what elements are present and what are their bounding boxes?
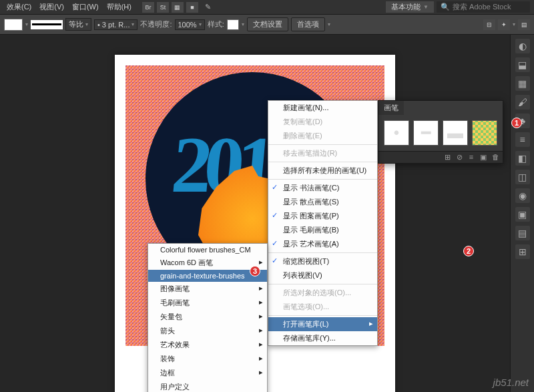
opacity-input[interactable]: 100%▾ xyxy=(175,19,205,30)
menu-new-brush[interactable]: 新建画笔(N)... xyxy=(268,101,377,115)
brushes-panel: 画笔 • ━ ▬ ⊞ ⊘ ≡ ▣ 🗑 xyxy=(378,100,503,164)
menu-thumbnail-view[interactable]: 缩览图视图(T) xyxy=(268,254,377,268)
options-bar: ▾ 等比▾ •3 pt. R...▾ 不透明度: 100%▾ 样式: ▾ 文档设… xyxy=(0,15,534,35)
menu-view[interactable]: 视图(V) xyxy=(35,1,68,13)
watermark: jb51.net xyxy=(493,377,529,388)
menu-show-calligraphic[interactable]: 显示 书法画笔(C) xyxy=(268,181,377,195)
brush-thumb[interactable]: ▬ xyxy=(443,120,468,146)
lib-item[interactable]: 箭头 xyxy=(148,324,267,338)
workspace-switcher[interactable]: 基本功能▼ xyxy=(386,1,434,13)
stroke-preview[interactable] xyxy=(31,20,63,29)
color-icon[interactable]: ◐ xyxy=(515,39,530,53)
menu-show-bristle[interactable]: 显示 毛刷画笔(B) xyxy=(268,223,377,237)
lib-item[interactable]: 用户定义 xyxy=(148,380,267,392)
arrange-icon[interactable]: ▦ xyxy=(172,2,184,13)
style-swatch[interactable] xyxy=(227,19,239,30)
libraries-icon[interactable]: ⊞ xyxy=(515,244,530,259)
new-brush-icon[interactable]: ▣ xyxy=(479,153,488,162)
menu-help[interactable]: 帮助(H) xyxy=(103,1,136,13)
brush-thumb[interactable]: • xyxy=(384,120,409,146)
align-icon[interactable]: ⊟ xyxy=(483,19,495,30)
transform-icon[interactable]: ✦ xyxy=(498,19,510,30)
brush-thumb[interactable]: ━ xyxy=(413,120,439,146)
stock-icon[interactable]: St xyxy=(157,2,169,13)
lib-item[interactable]: Colorful flower brushes_CM xyxy=(148,244,267,256)
doc-setup-button[interactable]: 文档设置 xyxy=(247,17,288,31)
search-input[interactable]: 🔍搜索 Adobe Stock xyxy=(437,1,530,13)
search-icon: 🔍 xyxy=(441,3,450,11)
stroke-weight[interactable]: •3 pt. R...▾ xyxy=(94,19,138,30)
lib-item[interactable]: 装饰 xyxy=(148,352,267,366)
graphic-styles-icon[interactable]: ▣ xyxy=(515,207,530,222)
menu-open-brush-lib[interactable]: 打开画笔库(L) xyxy=(268,317,377,331)
delete-icon[interactable]: 🗑 xyxy=(491,153,500,162)
style-label: 样式: xyxy=(208,19,224,29)
menu-show-scatter[interactable]: 显示 散点画笔(S) xyxy=(268,195,377,209)
annotation-1: 1 xyxy=(511,118,522,128)
stroke-profile[interactable]: 等比▾ xyxy=(65,18,91,31)
annotation-2: 2 xyxy=(463,246,474,256)
brush-thumb[interactable] xyxy=(472,120,497,146)
gradient-icon[interactable]: ◧ xyxy=(515,151,530,166)
color-guide-icon[interactable]: ⬓ xyxy=(515,57,530,72)
lib-item[interactable]: 图像画笔 xyxy=(148,282,267,296)
brush-library-submenu: Colorful flower brushes_CM Wacom 6D 画笔 g… xyxy=(148,243,268,392)
options-icon[interactable]: ≡ xyxy=(467,153,476,162)
menu-dup-brush: 复制画笔(D) xyxy=(268,115,377,129)
panel-menu-icon[interactable]: ▤ xyxy=(518,19,530,30)
lib-item[interactable]: 边框 xyxy=(148,366,267,380)
lib-item[interactable]: 矢量包 xyxy=(148,310,267,324)
remove-stroke-icon[interactable]: ⊘ xyxy=(455,153,464,162)
annotation-3: 3 xyxy=(250,266,260,276)
menu-select-unused[interactable]: 选择所有未使用的画笔(U) xyxy=(268,164,377,178)
swatches-icon[interactable]: ▦ xyxy=(515,76,530,91)
fill-swatch[interactable] xyxy=(4,19,23,31)
bridge-icon[interactable]: Br xyxy=(142,2,154,13)
brushes-icon[interactable]: 🖌 xyxy=(515,95,530,110)
menu-show-art[interactable]: 显示 艺术画笔(A) xyxy=(268,237,377,251)
lib-item[interactable]: 毛刷画笔 xyxy=(148,296,267,310)
transparency-icon[interactable]: ◫ xyxy=(515,170,530,184)
menu-show-pattern[interactable]: 显示 图案画笔(P) xyxy=(268,209,377,223)
stroke-icon[interactable]: ≡ xyxy=(515,132,530,147)
appearance-icon[interactable]: ◉ xyxy=(515,188,530,203)
lib-item[interactable]: Wacom 6D 画笔 xyxy=(148,256,267,270)
menu-del-brush: 删除画笔(E) xyxy=(268,129,377,143)
brush-icon: ✎ xyxy=(205,3,211,11)
layers-icon[interactable]: ▤ xyxy=(515,226,530,240)
gpu-icon[interactable]: ■ xyxy=(186,2,198,13)
menu-selected-options: 所选对象的选项(O)... xyxy=(268,286,377,300)
menu-remove-stroke: 移去画笔描边(R) xyxy=(268,146,377,160)
menu-list-view[interactable]: 列表视图(V) xyxy=(268,268,377,282)
menu-effects[interactable]: 效果(C) xyxy=(3,1,35,13)
lib-item[interactable]: 艺术效果 xyxy=(148,338,267,352)
menubar: 效果(C) 视图(V) 窗口(W) 帮助(H) Br St ▦ ■ ✎ 基本功能… xyxy=(0,0,534,15)
menu-brush-options: 画笔选项(O)... xyxy=(268,300,377,314)
brushes-tab[interactable]: 画笔 xyxy=(378,101,404,115)
lib-icon[interactable]: ⊞ xyxy=(443,153,452,162)
right-dock: ◐ ⬓ ▦ 🖌 ♣ ≡ ◧ ◫ ◉ ▣ ▤ ⊞ xyxy=(510,35,534,392)
menu-save-brush-lib[interactable]: 存储画笔库(Y)... xyxy=(268,331,377,345)
brushes-panel-menu: 新建画笔(N)... 复制画笔(D) 删除画笔(E) 移去画笔描边(R) 选择所… xyxy=(268,100,378,346)
prefs-button[interactable]: 首选项 xyxy=(291,17,325,31)
menu-window[interactable]: 窗口(W) xyxy=(68,1,103,13)
opacity-label: 不透明度: xyxy=(140,19,172,29)
